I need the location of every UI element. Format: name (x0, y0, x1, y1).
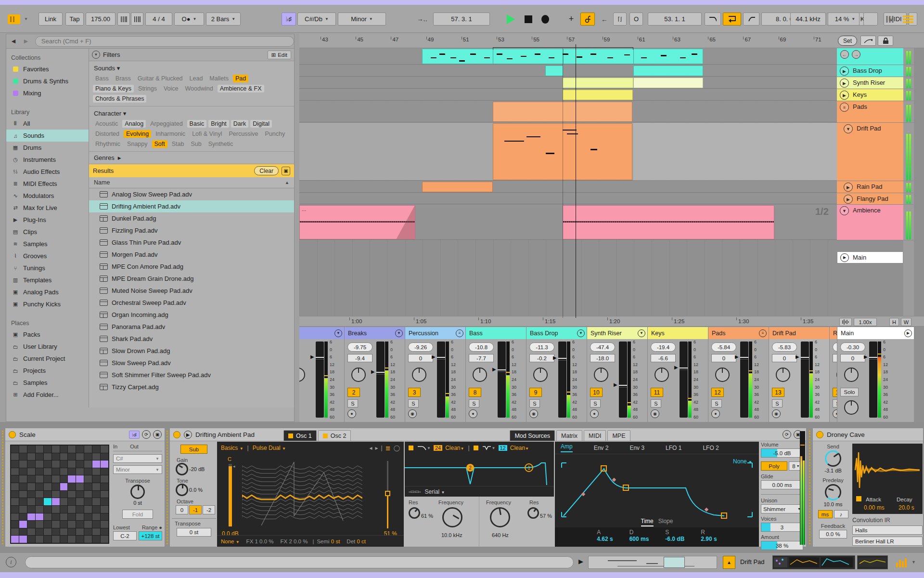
mixer-strip-bass-drop[interactable]: Bass Drop▼-11.3-0.2▶60612182430364248609… (526, 327, 587, 422)
track-number[interactable]: 8 (469, 388, 481, 397)
track-header-pads[interactable]: ≡Pads (837, 101, 903, 123)
scale-grid[interactable] (10, 445, 109, 544)
filters-edit-button[interactable]: ⊞ Edit (268, 51, 291, 59)
scale-grid-cell[interactable] (60, 453, 68, 460)
filter-chip-lead[interactable]: Lead (187, 75, 205, 82)
result-row[interactable]: Analog Slow Sweep Pad.adv (89, 188, 294, 200)
filter-chip-lofi-vinyl[interactable]: Lofi & Vinyl (190, 130, 224, 138)
tone-knob[interactable] (176, 484, 188, 496)
result-row[interactable]: MPE Dream Grain Drone.adg (89, 273, 294, 285)
semi-value[interactable]: 0 st (331, 539, 340, 544)
scale-grid-cell[interactable] (101, 521, 108, 528)
feedback-value[interactable]: 0.0 % (819, 530, 847, 539)
scale-grid-cell[interactable] (27, 468, 35, 475)
volume-fader[interactable] (437, 342, 445, 418)
ir-on-toggle[interactable] (856, 496, 861, 501)
scale-grid-cell[interactable] (68, 453, 76, 460)
gain-value[interactable]: 0 (840, 354, 865, 362)
filter-chip-punchy[interactable]: Punchy (263, 130, 288, 138)
sidebar-item-instruments[interactable]: ◷Instruments (6, 154, 89, 166)
adsr-value[interactable]: 600 ms (629, 536, 649, 542)
mixer-strip-bass[interactable]: Bass-10.8-7.7▶60612182430364248608S● (465, 327, 526, 422)
scale-grid-cell[interactable] (60, 460, 68, 468)
scale-grid-cell[interactable] (76, 498, 84, 505)
filter-chip-distorted[interactable]: Distorted (93, 130, 122, 138)
pan-knob[interactable] (715, 368, 730, 382)
scale-grid-cell[interactable] (19, 498, 27, 505)
scale-grid-cell[interactable] (92, 475, 100, 483)
filter-routing-select[interactable]: Serial ▼ (425, 488, 445, 495)
scale-grid-cell[interactable] (11, 506, 19, 513)
env-tab-lfo-1[interactable]: LFO 1 (666, 445, 681, 451)
scale-grid-cell[interactable] (101, 513, 108, 521)
scale-grid-cell[interactable] (27, 491, 35, 498)
status-text-input[interactable] (25, 556, 574, 568)
scale-menu[interactable]: Minor▼ (338, 13, 386, 26)
scale-grid-cell[interactable] (68, 498, 76, 505)
scale-grid-cell[interactable] (101, 460, 108, 468)
scale-grid-cell[interactable] (11, 536, 19, 543)
scale-grid-cell[interactable] (84, 453, 92, 460)
mixer-strip-header[interactable]: Synth Riser▼ (587, 327, 647, 339)
fold-icon[interactable]: ▶ (844, 183, 853, 192)
filter-chip-acoustic[interactable]: Acoustic (93, 120, 120, 128)
arrangement-clip[interactable] (422, 182, 493, 192)
scale-grid-cell[interactable] (84, 513, 92, 521)
scale-grid-cell[interactable] (101, 536, 108, 543)
octave-minus2[interactable]: -2 (203, 505, 215, 514)
device-chain-thumbnail[interactable] (772, 555, 855, 569)
device-thumbnail[interactable] (857, 555, 888, 569)
fader-handle[interactable] (376, 372, 385, 374)
wavetable-bank-select[interactable]: Basics ▼ (221, 445, 244, 451)
scale-grid-cell[interactable] (19, 460, 27, 468)
result-row[interactable]: Soft Shimmer Filter Sweep Pad.adv (89, 369, 294, 381)
fader-handle[interactable] (740, 357, 748, 359)
back-to-arrangement-icon[interactable]: ← (599, 13, 610, 26)
gain-value[interactable]: -18.0 (590, 354, 615, 362)
pan-knob[interactable] (533, 368, 548, 382)
peak-level-value[interactable]: -5.83 (772, 342, 797, 352)
arrangement-clip[interactable] (545, 66, 563, 76)
ir-file-select[interactable]: Berliner Hall LR (852, 537, 923, 546)
filter-chip-dark[interactable]: Dark (231, 120, 248, 128)
sidebar-item-projects[interactable]: 🗀Projects (6, 365, 89, 377)
filter-chip-synthetic[interactable]: Synthetic (206, 140, 235, 148)
scale-grid-cell[interactable] (68, 521, 76, 528)
mixer-strip-header[interactable]: Main▶ (837, 327, 914, 339)
mixer-strip-header[interactable]: Percussion≡ (405, 327, 465, 339)
scale-grid-cell[interactable] (52, 468, 60, 475)
solo-button[interactable]: S (590, 399, 601, 407)
scale-grid-cell[interactable] (52, 491, 60, 498)
menu-icon[interactable] (901, 13, 915, 26)
filter-chip-rhythmic[interactable]: Rhythmic (93, 140, 123, 148)
scale-grid-cell[interactable] (60, 475, 68, 483)
fold-button[interactable]: Fold (122, 510, 153, 519)
result-row[interactable]: MPE Con Amore Pad.adg (89, 261, 294, 273)
result-row[interactable]: Tizzy Carpet.adg (89, 381, 294, 393)
scale-grid-cell[interactable] (52, 528, 60, 536)
scale-grid-cell[interactable] (11, 475, 19, 483)
scale-grid-cell[interactable] (92, 513, 100, 521)
range-value[interactable]: +128 st (139, 531, 162, 540)
pan-knob[interactable] (654, 368, 669, 382)
key-signature-chip[interactable]: ♭♯ (282, 13, 296, 26)
peak-level-value[interactable]: -0.30 (840, 342, 865, 352)
scale-grid-cell[interactable] (68, 475, 76, 483)
scale-grid-cell[interactable] (36, 453, 43, 460)
sidebar-item-drums-synths[interactable]: Drums & Synths (6, 75, 89, 87)
filter2-on-toggle[interactable] (474, 446, 478, 450)
mixer-strip-breaks[interactable]: Breaks▼-9.75-9.4▶60612182430364248602S● (344, 327, 405, 422)
track-activator[interactable]: ● (590, 409, 599, 418)
arrangement-lanes[interactable]: ... (299, 48, 837, 318)
filter-group-genres[interactable]: Genres▶ (89, 152, 294, 164)
output-meter-icon[interactable] (896, 557, 908, 567)
volume-fader[interactable] (558, 342, 566, 418)
arrangement-clip[interactable] (633, 66, 703, 76)
mixer-strip-header[interactable]: Bass (466, 327, 526, 339)
follow-icon[interactable]: →‥ (415, 13, 429, 26)
pitch-mod-select[interactable]: None ▼ (221, 539, 240, 544)
insert-marker-icon[interactable]: + (566, 13, 577, 26)
filter-chip-stab[interactable]: Stab (169, 140, 187, 148)
volume-fader[interactable] (498, 342, 506, 418)
scale-grid-cell[interactable] (27, 453, 35, 460)
